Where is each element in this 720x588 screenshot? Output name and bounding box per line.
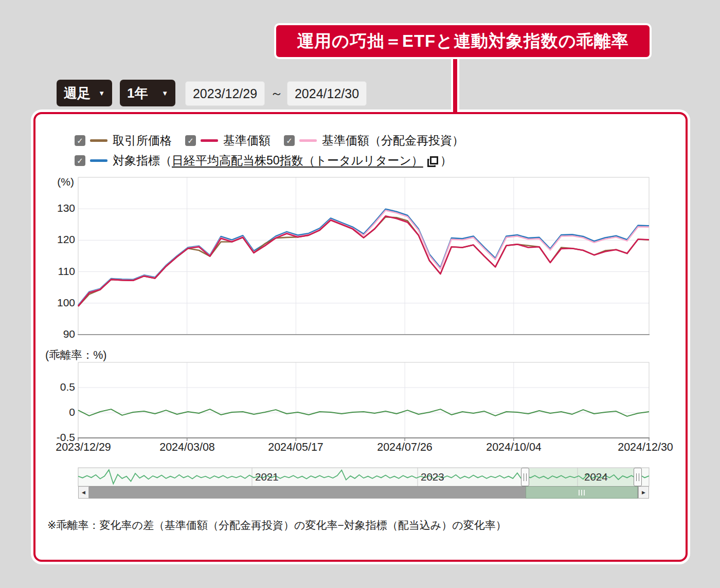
grip-icon xyxy=(636,473,639,481)
legend-label-nav-reinvested: 基準価額（分配金再投資） xyxy=(322,133,464,149)
index-link[interactable]: 日経平均高配当株50指数（トータルリターン） xyxy=(172,153,423,169)
scrollbar-right-arrow[interactable]: ▶ xyxy=(638,486,649,499)
check-icon: ✓ xyxy=(77,156,83,166)
page: 運用の巧拙＝ETFと連動対象指数の乖離率 週足 ▼ 1年 ▼ 2023/12/2… xyxy=(0,0,720,588)
grip-icon xyxy=(524,473,527,481)
dev-y-tick: 0.5 xyxy=(48,381,75,393)
banner-connector-line xyxy=(451,57,459,112)
checkbox-nav-reinvested[interactable]: ✓ xyxy=(284,135,295,146)
legend-label-exchange-price: 取引所価格 xyxy=(113,133,172,149)
x-axis-label: 2023/12/29 xyxy=(45,441,122,454)
callout-banner: 運用の巧拙＝ETFと連動対象指数の乖離率 xyxy=(274,23,652,59)
x-axis-label: 2024/03/08 xyxy=(149,441,226,454)
navigator-year-label: 2024 xyxy=(584,471,608,483)
main-y-tick: 110 xyxy=(48,265,75,278)
date-from-field[interactable]: 2023/12/29 xyxy=(185,81,265,106)
chevron-down-icon: ▼ xyxy=(98,90,105,97)
main-y-tick: 120 xyxy=(48,233,75,246)
legend-label-index-suffix: ） xyxy=(440,153,452,169)
navigator-right-handle[interactable] xyxy=(634,468,642,486)
arrow-right-icon: ▶ xyxy=(642,490,645,495)
legend-row-2: ✓ 対象指標（ 日経平均高配当株50指数（トータルリターン） ） xyxy=(75,153,452,169)
range-select[interactable]: 1年 ▼ xyxy=(120,80,175,106)
legend-item-nav-reinvested: ✓ 基準価額（分配金再投資） xyxy=(284,133,464,149)
external-window-icon[interactable] xyxy=(427,156,438,167)
legend-label-index-prefix: 対象指標（ xyxy=(113,153,172,169)
x-axis-label: 2024/07/26 xyxy=(366,441,443,454)
main-y-tick: 130 xyxy=(48,202,75,214)
main-y-tick: 90 xyxy=(48,328,75,340)
date-range-separator: ～ xyxy=(266,81,287,105)
navigator-year-label: 2023 xyxy=(421,471,444,483)
arrow-left-icon: ◀ xyxy=(82,490,85,495)
x-axis-label: 2024/05/17 xyxy=(257,441,334,454)
legend-dash-nav xyxy=(201,139,218,142)
navigator-year-label: 2021 xyxy=(255,471,279,483)
legend-item-nav: ✓ 基準価額 xyxy=(185,133,271,149)
check-icon: ✓ xyxy=(187,136,194,145)
deviation-axis-title: (乖離率：%) xyxy=(45,347,106,362)
legend-label-nav: 基準価額 xyxy=(223,133,271,149)
legend-dash-nav-reinvested xyxy=(299,139,317,142)
legend-item-index: ✓ 対象指標（ 日経平均高配当株50指数（トータルリターン） ） xyxy=(75,153,452,169)
banner-text: 運用の巧拙＝ETFと連動対象指数の乖離率 xyxy=(297,30,629,53)
checkbox-exchange-price[interactable]: ✓ xyxy=(75,135,85,146)
legend-dash-index xyxy=(90,159,107,162)
date-to-field[interactable]: 2024/12/30 xyxy=(287,81,367,106)
check-icon: ✓ xyxy=(286,136,293,145)
range-select-value: 1年 xyxy=(127,84,148,102)
main-y-axis-unit: (%) xyxy=(47,176,74,188)
chevron-down-icon: ▼ xyxy=(161,90,168,97)
date-from-value: 2023/12/29 xyxy=(193,86,257,101)
main-y-tick: 100 xyxy=(48,297,75,309)
interval-select[interactable]: 週足 ▼ xyxy=(57,80,112,106)
x-axis-label: 2024/12/30 xyxy=(607,441,684,454)
x-axis-label: 2024/10/04 xyxy=(475,441,552,454)
legend-item-exchange-price: ✓ 取引所価格 xyxy=(75,133,172,149)
legend-row-1: ✓ 取引所価格 ✓ 基準価額 ✓ 基準価額（分配金再投資） xyxy=(75,133,464,149)
scrollbar-left-arrow[interactable]: ◀ xyxy=(78,486,89,499)
check-icon: ✓ xyxy=(77,136,83,145)
legend-dash-exchange-price xyxy=(90,139,107,142)
footnote: ※乖離率：変化率の差（基準価額（分配金再投資）の変化率−対象指標（配当込み）の変… xyxy=(47,518,507,532)
navigator-left-handle[interactable] xyxy=(521,468,529,486)
date-to-value: 2024/12/30 xyxy=(295,86,359,101)
checkbox-nav[interactable]: ✓ xyxy=(185,135,196,146)
interval-select-value: 週足 xyxy=(64,84,91,102)
scrollbar-thumb[interactable] xyxy=(526,486,638,499)
checkbox-index[interactable]: ✓ xyxy=(75,155,85,166)
dev-y-tick: 0 xyxy=(48,406,75,418)
